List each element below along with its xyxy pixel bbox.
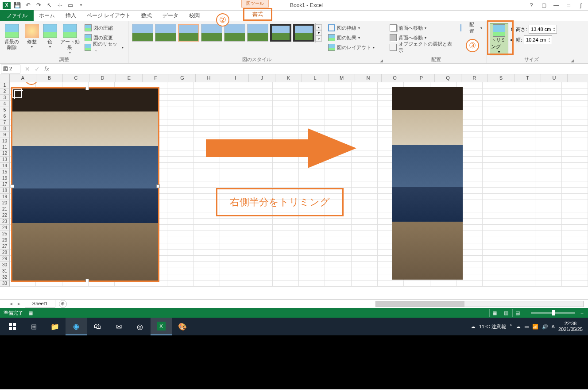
row-header-9[interactable]: 9 xyxy=(0,132,10,138)
ime-icon[interactable]: A xyxy=(552,324,555,329)
macro-record-icon[interactable]: ▦ xyxy=(28,310,33,316)
dialog-launcher-size-icon[interactable]: ◢ xyxy=(571,58,574,63)
handle-left[interactable] xyxy=(11,184,14,188)
picture-border-button[interactable]: 図の枠線▾ xyxy=(326,23,376,33)
corrections-button[interactable]: 修整▾ xyxy=(23,23,41,49)
excel-taskbar-icon[interactable]: X xyxy=(151,318,172,335)
chrome-icon[interactable]: ◎ xyxy=(129,318,151,335)
row-header-11[interactable]: 11 xyxy=(0,144,10,150)
row-header-13[interactable]: 13 xyxy=(0,157,10,163)
col-header-R[interactable]: R xyxy=(461,74,488,82)
wifi-icon[interactable]: 📶 xyxy=(532,324,538,330)
onedrive-icon[interactable]: ☁ xyxy=(516,324,521,330)
col-header-K[interactable]: K xyxy=(275,74,302,82)
col-header-B[interactable]: B xyxy=(36,74,63,82)
col-header-E[interactable]: E xyxy=(116,74,143,82)
style-thumb-3[interactable] xyxy=(178,24,199,42)
row-header-1[interactable]: 1 xyxy=(0,82,10,88)
row-header-14[interactable]: 14 xyxy=(0,163,10,169)
col-header-F[interactable]: F xyxy=(143,74,169,82)
share-button[interactable]: ∫ xyxy=(576,1,585,9)
file-explorer-icon[interactable]: 📁 xyxy=(44,318,66,335)
col-header-N[interactable]: N xyxy=(355,74,382,82)
width-input[interactable]: 10.24 cm▴▾ xyxy=(524,35,552,44)
normal-view-button[interactable]: ▦ xyxy=(489,309,500,317)
col-header-C[interactable]: C xyxy=(63,74,89,82)
clock[interactable]: 22:38 2021/05/25 xyxy=(558,321,583,332)
col-header-G[interactable]: G xyxy=(169,74,196,82)
undo-icon[interactable]: ↶ xyxy=(23,1,33,10)
tab-data[interactable]: データ xyxy=(157,10,184,21)
zoom-slider[interactable] xyxy=(531,312,575,314)
selected-picture[interactable] xyxy=(11,87,159,282)
row-header-29[interactable]: 29 xyxy=(0,256,10,262)
row-header-12[interactable]: 12 xyxy=(0,150,10,157)
col-header-H[interactable]: H xyxy=(196,74,222,82)
row-header-20[interactable]: 20 xyxy=(0,200,10,206)
name-box[interactable]: 図 2 xyxy=(1,65,20,73)
height-input[interactable]: 13.48 cm▴▾ xyxy=(529,25,557,34)
window-icon[interactable]: ▭ xyxy=(66,1,75,10)
sheet-nav-prev[interactable]: ◄ xyxy=(9,301,13,306)
row-header-28[interactable]: 28 xyxy=(0,250,10,256)
row-header-19[interactable]: 19 xyxy=(0,194,10,200)
fx-icon[interactable]: fx xyxy=(44,65,49,73)
zoom-out-button[interactable]: − xyxy=(524,310,526,315)
row-header-26[interactable]: 26 xyxy=(0,237,10,243)
row-header-33[interactable]: 33 xyxy=(0,281,10,287)
maximize-button[interactable]: □ xyxy=(564,1,573,9)
weather-text[interactable]: 11°C 注意報 xyxy=(479,323,506,330)
tray-chevron-icon[interactable]: ˄ xyxy=(510,324,512,330)
enter-icon[interactable]: ✓ xyxy=(35,65,40,73)
battery-icon[interactable]: ▭ xyxy=(524,324,529,330)
tab-formulas[interactable]: 数式 xyxy=(136,10,157,21)
cancel-icon[interactable]: ✕ xyxy=(25,65,30,73)
cursor-icon[interactable]: ↖ xyxy=(44,1,54,10)
artistic-effects-button[interactable]: アート効果▾ xyxy=(59,23,81,55)
row-header-31[interactable]: 31 xyxy=(0,268,10,274)
gallery-scroll[interactable]: ▴▾▿ xyxy=(315,23,322,42)
col-header-U[interactable]: U xyxy=(541,74,568,82)
style-thumb-5[interactable] xyxy=(224,24,245,42)
row-header-32[interactable]: 32 xyxy=(0,274,10,281)
picture-style-gallery[interactable]: ▴▾▿ xyxy=(131,23,322,42)
edge-icon[interactable]: ◉ xyxy=(66,318,87,335)
row-header-15[interactable]: 15 xyxy=(0,169,10,175)
row-header-25[interactable]: 25 xyxy=(0,231,10,237)
row-header-30[interactable]: 30 xyxy=(0,262,10,268)
col-header-O[interactable]: O xyxy=(382,74,408,82)
tab-review[interactable]: 校閲 xyxy=(184,10,205,21)
style-thumb-2[interactable] xyxy=(155,24,176,42)
style-thumb-7[interactable] xyxy=(270,24,291,42)
ribbon-options-button[interactable]: ▢ xyxy=(539,1,548,9)
col-header-J[interactable]: J xyxy=(249,74,275,82)
page-layout-view-button[interactable]: ▥ xyxy=(501,309,511,317)
dialog-launcher-icon[interactable]: ◢ xyxy=(380,58,383,63)
tab-home[interactable]: ホーム xyxy=(34,10,60,21)
style-thumb-4[interactable] xyxy=(201,24,222,42)
redo-icon[interactable]: ↷ xyxy=(34,1,43,10)
handle-bottom[interactable] xyxy=(85,279,89,282)
minimize-button[interactable]: — xyxy=(552,1,561,9)
bring-forward-button[interactable]: 前面へ移動▾ xyxy=(388,23,457,33)
selection-pane-button[interactable]: オブジェクトの選択と表示 xyxy=(388,42,457,52)
reset-picture-button[interactable]: 図のリセット▾ xyxy=(83,42,125,52)
mail-icon[interactable]: ✉ xyxy=(108,318,129,335)
align-button[interactable]: 配置▾ xyxy=(459,23,484,33)
row-header-3[interactable]: 3 xyxy=(0,95,10,101)
compress-pictures-button[interactable]: 図の圧縮 xyxy=(83,23,125,33)
touch-icon[interactable]: ⊹ xyxy=(55,1,65,10)
row-header-16[interactable]: 16 xyxy=(0,175,10,181)
tab-view[interactable] xyxy=(205,18,216,21)
row-header-24[interactable]: 24 xyxy=(0,225,10,231)
col-header-Q[interactable]: Q xyxy=(435,74,461,82)
row-header-18[interactable]: 18 xyxy=(0,188,10,194)
store-icon[interactable]: 🛍 xyxy=(87,318,108,335)
zoom-in-button[interactable]: ＋ xyxy=(580,310,584,316)
save-icon[interactable]: 💾 xyxy=(12,1,22,10)
style-thumb-1[interactable] xyxy=(132,24,153,42)
sheet-nav-next[interactable]: ► xyxy=(17,301,21,306)
picture-layout-button[interactable]: 図のレイアウト▾ xyxy=(326,42,376,52)
col-header-T[interactable]: T xyxy=(514,74,541,82)
style-thumb-6[interactable] xyxy=(247,24,268,42)
